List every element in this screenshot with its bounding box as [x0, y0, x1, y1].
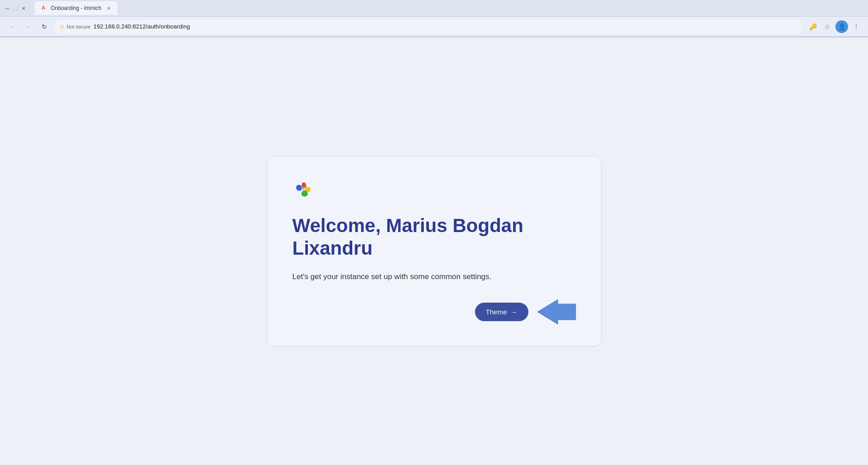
security-label: Not secure: [67, 24, 91, 29]
tab-title: Onboarding - Immich: [51, 5, 101, 11]
toolbar-actions: 🔑 ☆ 👤 ⋮: [806, 20, 863, 33]
welcome-section: Welcome, Marius Bogdan Lixandru: [293, 211, 576, 260]
svg-marker-3: [537, 299, 576, 324]
welcome-title: Welcome, Marius Bogdan Lixandru: [293, 214, 576, 260]
pointing-arrow-icon: [537, 299, 576, 324]
address-bar[interactable]: ⚠ Not secure 192.168.0.240:8212/auth/onb…: [54, 19, 803, 34]
avatar-icon: 👤: [838, 23, 846, 30]
profile-avatar[interactable]: 👤: [835, 20, 848, 33]
svg-point-1: [43, 8, 44, 9]
tab-favicon-icon: [40, 5, 47, 12]
bookmark-button[interactable]: ☆: [821, 20, 834, 33]
browser-frame: — ⬜ ✕ Onboarding - Immich ✕ ← →: [0, 0, 868, 465]
page-content: Welcome, Marius Bogdan Lixandru Let's ge…: [0, 38, 868, 465]
more-menu-button[interactable]: ⋮: [850, 20, 863, 33]
reload-icon: ↻: [42, 23, 47, 30]
minimize-button[interactable]: —: [4, 5, 11, 12]
theme-button-arrow-icon: →: [511, 308, 518, 316]
password-icon: 🔑: [809, 23, 817, 30]
theme-button-label: Theme: [486, 308, 507, 316]
tab-close-button[interactable]: ✕: [105, 5, 112, 12]
active-tab[interactable]: Onboarding - Immich ✕: [34, 1, 118, 15]
url-text: 192.168.0.240:8212/auth/onboarding: [93, 23, 797, 30]
close-button[interactable]: ✕: [20, 5, 27, 12]
onboarding-card: Welcome, Marius Bogdan Lixandru Let's ge…: [267, 156, 602, 347]
forward-button[interactable]: →: [22, 20, 34, 33]
immich-logo: [293, 178, 314, 200]
tab-bar: Onboarding - Immich ✕: [33, 1, 864, 15]
bookmark-icon: ☆: [825, 23, 830, 30]
maximize-button[interactable]: ⬜: [12, 5, 19, 12]
security-warning: ⚠ Not secure: [60, 24, 91, 30]
reload-button[interactable]: ↻: [38, 20, 51, 33]
card-footer: Theme →: [293, 299, 576, 324]
security-warning-icon: ⚠: [60, 24, 65, 30]
back-icon: ←: [9, 23, 15, 30]
more-icon: ⋮: [853, 23, 859, 30]
toolbar: ← → ↻ ⚠ Not secure 192.168.0.240:8212/au…: [0, 16, 868, 36]
title-bar: — ⬜ ✕ Onboarding - Immich ✕: [0, 0, 868, 16]
window-controls: — ⬜ ✕: [4, 5, 27, 12]
welcome-subtitle: Let's get your instance set up with some…: [293, 272, 576, 281]
theme-button[interactable]: Theme →: [475, 303, 528, 321]
annotation-arrow: [537, 299, 576, 324]
password-manager-button[interactable]: 🔑: [806, 20, 819, 33]
forward-icon: →: [25, 23, 31, 30]
back-button[interactable]: ←: [5, 20, 18, 33]
